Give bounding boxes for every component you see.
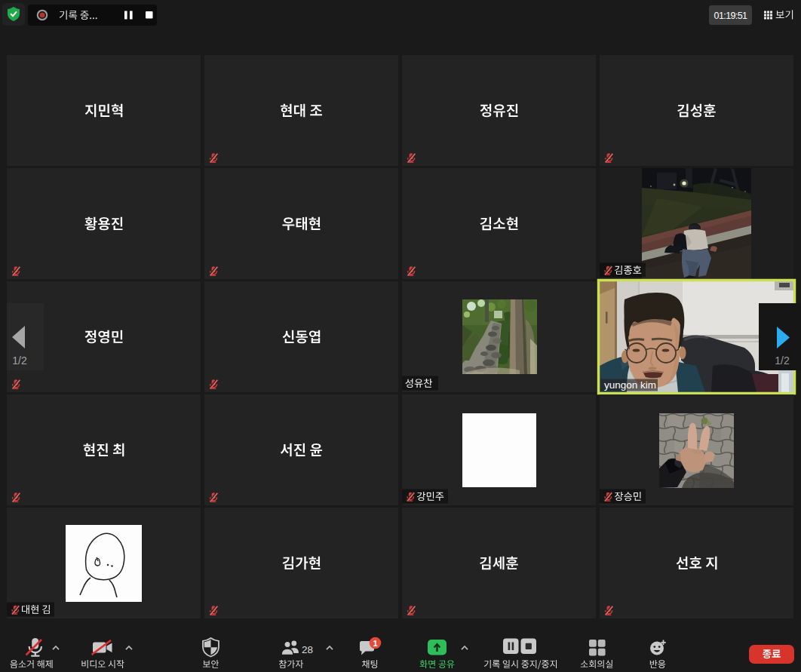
svg-text:1/2: 1/2 [12, 354, 27, 367]
svg-text:yungon kim: yungon kim [604, 379, 656, 391]
svg-text:28: 28 [302, 644, 313, 655]
svg-text:01:19:51: 01:19:51 [714, 11, 748, 21]
svg-text:1: 1 [373, 639, 377, 648]
svg-text:1/2: 1/2 [775, 354, 790, 367]
